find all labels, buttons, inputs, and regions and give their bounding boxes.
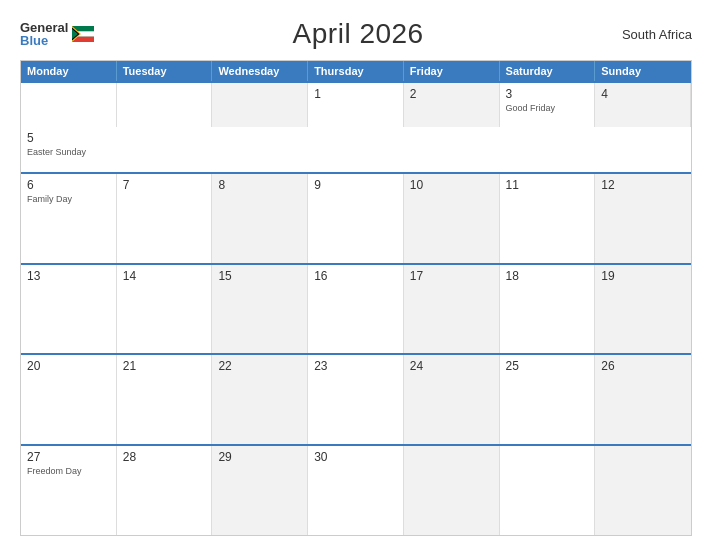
cell-w4-d1: 20: [21, 355, 117, 444]
cell-w2-d4: 9: [308, 174, 404, 263]
calendar-page: General Blue April 2026 South Africa Mon…: [0, 0, 712, 550]
day-number: 23: [314, 359, 397, 373]
cell-w2-d6: 11: [500, 174, 596, 263]
week-row-5: 27Freedom Day282930: [21, 444, 691, 535]
cell-w5-d6: [500, 446, 596, 535]
calendar-body: 123Good Friday45Easter Sunday6Family Day…: [21, 81, 691, 535]
holiday-label: Easter Sunday: [27, 147, 111, 157]
day-number: 13: [27, 269, 110, 283]
day-number: 9: [314, 178, 397, 192]
cell-w2-d5: 10: [404, 174, 500, 263]
cell-w3-d3: 15: [212, 265, 308, 354]
day-number: 20: [27, 359, 110, 373]
cell-w2-d7: 12: [595, 174, 691, 263]
day-number: 15: [218, 269, 301, 283]
day-number: 18: [506, 269, 589, 283]
cell-w1-d8: 5Easter Sunday: [21, 127, 117, 171]
cell-w3-d2: 14: [117, 265, 213, 354]
cell-w5-d1: 27Freedom Day: [21, 446, 117, 535]
day-number: 11: [506, 178, 589, 192]
cell-w4-d5: 24: [404, 355, 500, 444]
cell-w2-d1: 6Family Day: [21, 174, 117, 263]
cell-w1-d5: 2: [404, 83, 500, 127]
day-number: 3: [506, 87, 589, 101]
day-number: 5: [27, 131, 111, 145]
cell-w5-d2: 28: [117, 446, 213, 535]
day-number: 17: [410, 269, 493, 283]
cell-w3-d5: 17: [404, 265, 500, 354]
week-row-2: 6Family Day789101112: [21, 172, 691, 263]
cell-w5-d7: [595, 446, 691, 535]
holiday-label: Family Day: [27, 194, 110, 204]
cell-w1-d2: [117, 83, 213, 127]
day-number: 10: [410, 178, 493, 192]
cell-w4-d3: 22: [212, 355, 308, 444]
week-row-4: 20212223242526: [21, 353, 691, 444]
day-number: 1: [314, 87, 397, 101]
day-number: 8: [218, 178, 301, 192]
cell-w5-d4: 30: [308, 446, 404, 535]
week-row-1: 123Good Friday45Easter Sunday: [21, 81, 691, 172]
day-number: 27: [27, 450, 110, 464]
calendar-title: April 2026: [293, 18, 424, 50]
cell-w3-d1: 13: [21, 265, 117, 354]
col-header-wednesday: Wednesday: [212, 61, 308, 81]
day-number: 28: [123, 450, 206, 464]
logo-blue-text: Blue: [20, 34, 68, 47]
day-number: 7: [123, 178, 206, 192]
day-number: 16: [314, 269, 397, 283]
cell-w1-d4: 1: [308, 83, 404, 127]
day-number: 4: [601, 87, 684, 101]
day-number: 2: [410, 87, 493, 101]
day-number: 30: [314, 450, 397, 464]
day-number: 14: [123, 269, 206, 283]
cell-w5-d5: [404, 446, 500, 535]
cell-w4-d6: 25: [500, 355, 596, 444]
country-name: South Africa: [622, 27, 692, 42]
cell-w1-d1: [21, 83, 117, 127]
cell-w5-d3: 29: [212, 446, 308, 535]
col-header-sunday: Sunday: [595, 61, 691, 81]
holiday-label: Freedom Day: [27, 466, 110, 476]
day-number: 22: [218, 359, 301, 373]
cell-w4-d2: 21: [117, 355, 213, 444]
logo-flag-icon: [72, 26, 94, 42]
logo: General Blue: [20, 21, 94, 47]
day-number: 6: [27, 178, 110, 192]
col-header-saturday: Saturday: [500, 61, 596, 81]
holiday-label: Good Friday: [506, 103, 589, 113]
day-number: 26: [601, 359, 685, 373]
cell-w1-d7: 4: [595, 83, 691, 127]
day-number: 24: [410, 359, 493, 373]
cell-w2-d3: 8: [212, 174, 308, 263]
col-header-monday: Monday: [21, 61, 117, 81]
cell-w3-d6: 18: [500, 265, 596, 354]
day-number: 29: [218, 450, 301, 464]
cell-w3-d4: 16: [308, 265, 404, 354]
day-number: 12: [601, 178, 685, 192]
cell-w4-d7: 26: [595, 355, 691, 444]
col-header-thursday: Thursday: [308, 61, 404, 81]
day-number: 25: [506, 359, 589, 373]
cell-w1-d6: 3Good Friday: [500, 83, 596, 127]
cell-w2-d2: 7: [117, 174, 213, 263]
day-number: 21: [123, 359, 206, 373]
cell-w3-d7: 19: [595, 265, 691, 354]
cell-w4-d4: 23: [308, 355, 404, 444]
calendar-grid: Monday Tuesday Wednesday Thursday Friday…: [20, 60, 692, 536]
week-row-3: 13141516171819: [21, 263, 691, 354]
col-header-friday: Friday: [404, 61, 500, 81]
day-number: 19: [601, 269, 685, 283]
header: General Blue April 2026 South Africa: [20, 18, 692, 50]
calendar-header-row: Monday Tuesday Wednesday Thursday Friday…: [21, 61, 691, 81]
cell-w1-d3: [212, 83, 308, 127]
col-header-tuesday: Tuesday: [117, 61, 213, 81]
